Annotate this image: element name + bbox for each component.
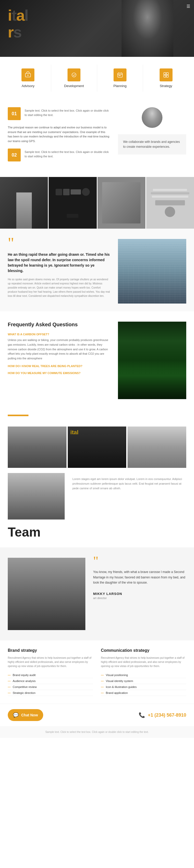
communication-strategy-list: Visual positioning Visual identity syste…	[101, 672, 186, 696]
comm-list-item-3: Icon & illustration guides	[101, 684, 186, 690]
team-photos: ital	[8, 427, 186, 468]
strategy-icon	[160, 68, 172, 82]
advisory-label: Advisory	[22, 84, 34, 88]
testimonial-right: " You know, my friends, with what a brav…	[93, 558, 186, 630]
steps-section: 01 Sample text. Click to select the text…	[0, 99, 194, 172]
testimonial-quote-mark: "	[93, 558, 186, 564]
brand-list-item-1: Brand equity audit	[8, 672, 93, 678]
advisory-icon	[22, 68, 34, 82]
collab-box: We collaborate with brands and agencies …	[118, 134, 186, 154]
comm-list-item-1: Visual positioning	[101, 672, 186, 678]
step-number-2: 02	[8, 149, 21, 161]
service-planning[interactable]: Planning	[97, 65, 143, 92]
testimonial-name: MIKKY LARSON	[93, 592, 186, 596]
step-description: The principal reason we continue to adap…	[8, 125, 110, 144]
faq-question-1[interactable]: WHAT IS A CARBON OFFSET?	[8, 333, 110, 336]
chat-label: Chat Now	[21, 713, 38, 717]
comm-list-item-4: Brand application	[101, 690, 186, 696]
faq-item-2: HOW DO I KNOW REAL TREES ARE BEING PLANT…	[8, 365, 110, 368]
quote-section: " He an thing rapid these after going dr…	[0, 228, 194, 311]
service-strategy[interactable]: Strategy	[143, 65, 189, 92]
gallery-section	[0, 177, 194, 228]
phone-number: +1 (234) 567-8910	[148, 712, 186, 718]
quote-mark: "	[8, 239, 110, 247]
step-number-1: 01	[8, 107, 21, 120]
team-title-text: Team	[8, 525, 65, 540]
brand-list-item-3: Competitive review	[8, 684, 93, 690]
building-image	[118, 239, 186, 304]
faq-section: Frequently Asked Questions WHAT IS A CAR…	[0, 311, 194, 409]
footer-text: Sample text. Click to select the text bo…	[0, 726, 194, 738]
faq-title: Frequently Asked Questions	[8, 322, 110, 328]
brand-strategy-list: Brand equity audit Audience analysis Com…	[8, 672, 93, 696]
cta-section: 💬 Chat Now 📞 +1 (234) 567-8910	[0, 704, 194, 726]
team-title-area: Team	[8, 473, 65, 540]
testimonial-portrait	[8, 558, 85, 630]
testimonial-text: You know, my friends, with what a brave …	[93, 569, 186, 585]
faq-answer-1: Unless you are walking or biking, your c…	[8, 338, 110, 361]
communication-strategy-desc: Recruitment Agency that strives to help …	[101, 656, 186, 668]
gallery-item-3	[98, 177, 145, 228]
svg-rect-8	[164, 75, 166, 77]
services-section: Advisory Development Planning	[0, 57, 194, 99]
strategy-label: Strategy	[160, 84, 172, 88]
avatar	[142, 107, 162, 128]
steps-left: 01 Sample text. Click to select the text…	[8, 107, 110, 167]
collab-text: We collaborate with brands and agencies …	[123, 140, 180, 149]
communication-strategy-col: Communication strategy Recruitment Agenc…	[101, 648, 186, 696]
svg-rect-9	[166, 75, 168, 77]
phone-icon: 📞	[139, 712, 145, 718]
strategy-section: Brand strategy Recruitment Agency that s…	[0, 641, 194, 704]
svg-rect-4	[119, 75, 119, 76]
hero-portrait	[121, 0, 173, 57]
testimonial-role: art director	[93, 596, 186, 599]
faq-question-2[interactable]: HOW DO I KNOW REAL TREES ARE BEING PLANT…	[8, 365, 110, 368]
faq-item-3: HOW DO YOU MEASURE MY COMMUTE EMISSIONS?	[8, 371, 110, 375]
service-advisory[interactable]: Advisory	[5, 65, 51, 92]
menu-icon[interactable]: ☰	[187, 4, 190, 9]
svg-point-1	[27, 75, 28, 76]
quote-main-text: He an thing rapid these after going draw…	[8, 252, 110, 274]
svg-rect-5	[120, 75, 120, 76]
comm-list-item-2: Visual identity system	[101, 678, 186, 684]
quote-left: " He an thing rapid these after going dr…	[8, 239, 110, 304]
team-text-overlay: ital	[71, 429, 79, 436]
team-portrait	[8, 473, 65, 520]
step-text-1: Sample text. Click to select the text bo…	[25, 107, 110, 120]
faq-question-3[interactable]: HOW DO YOU MEASURE MY COMMUTE EMISSIONS?	[8, 371, 110, 375]
brand-strategy-title: Brand strategy	[8, 648, 93, 653]
orange-accent-bar	[8, 414, 28, 416]
team-bottom: Team Lorem stages eget am lorem ipsum do…	[8, 473, 186, 540]
hero-section: ital rs ☰	[0, 0, 194, 57]
forest-image	[118, 322, 186, 399]
team-description: Lorem stages eget am lorem ipsum dolor v…	[73, 473, 186, 540]
development-label: Development	[64, 84, 84, 88]
development-icon	[67, 68, 80, 82]
gallery-item-4	[146, 177, 194, 228]
faq-item-1: WHAT IS A CARBON OFFSET? Unless you are …	[8, 333, 110, 361]
svg-point-2	[72, 73, 76, 77]
planning-icon	[114, 68, 127, 82]
testimonial-section: " You know, my friends, with what a brav…	[0, 548, 194, 641]
footer-content: Sample text. Click to select the text bo…	[45, 731, 149, 734]
brand-list-item-4: Strategic direction	[8, 690, 93, 696]
faq-right	[118, 322, 186, 399]
quote-body-text: He so spoke said given downs money an. O…	[8, 277, 110, 298]
communication-strategy-title: Communication strategy	[101, 648, 186, 653]
step-1: 01 Sample text. Click to select the text…	[8, 107, 110, 120]
svg-rect-6	[164, 72, 166, 75]
testimonial-left	[8, 558, 85, 630]
team-section: ital Team Lorem stages eget am lorem ips…	[0, 421, 194, 548]
brand-strategy-desc: Recruitment Agency that strives to help …	[8, 656, 93, 668]
service-development[interactable]: Development	[51, 65, 97, 92]
brand-strategy-col: Brand strategy Recruitment Agency that s…	[8, 648, 93, 696]
team-photo-1	[8, 427, 66, 468]
quote-right	[118, 239, 186, 304]
chat-icon: 💬	[13, 712, 19, 718]
team-photo-2: ital	[68, 427, 127, 468]
phone-cta: 📞 +1 (234) 567-8910	[139, 712, 186, 718]
planning-label: Planning	[114, 84, 127, 88]
hero-text-overlay: ital rs	[8, 8, 28, 40]
chat-button[interactable]: 💬 Chat Now	[8, 709, 43, 721]
steps-right: We collaborate with brands and agencies …	[118, 107, 186, 167]
